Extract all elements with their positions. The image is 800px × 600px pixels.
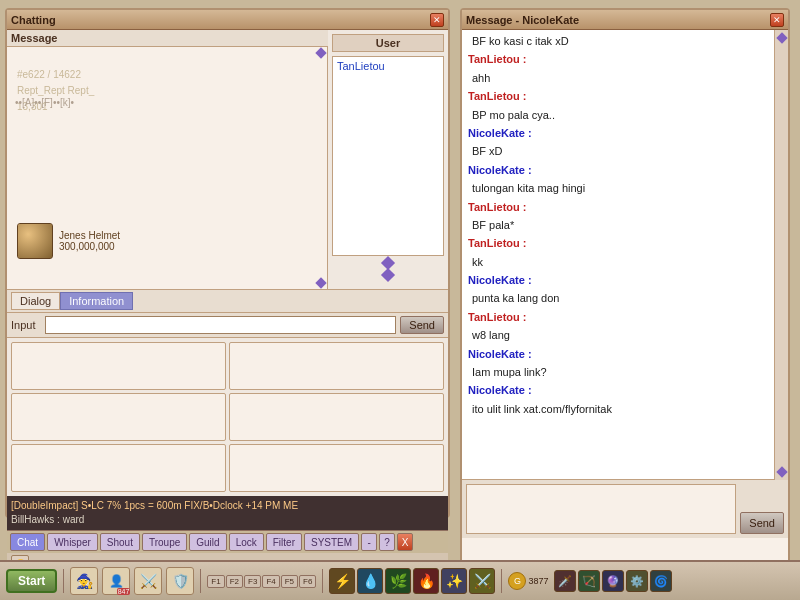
fkey-f1[interactable]: F1 bbox=[207, 575, 224, 588]
msg-line-4: BP mo pala cya.. bbox=[468, 108, 768, 123]
chatting-titlebar: Chatting ✕ bbox=[7, 10, 448, 30]
character-icon-4[interactable]: 🛡️ bbox=[166, 567, 194, 595]
skill-icon-6[interactable]: ⚔️ bbox=[469, 568, 495, 594]
message-window: Message - NicoleKate ✕ BF ko kasi c itak… bbox=[460, 8, 790, 573]
chat-message-area[interactable]: #e622 / 14622 Rept_Rept Rept_ 13,301 ••[… bbox=[7, 47, 328, 289]
chat-scroll-down[interactable] bbox=[317, 279, 325, 287]
msg-chat-area[interactable]: BF ko kasi c itak xD TanLietou : ahh Tan… bbox=[462, 30, 774, 480]
chat-log-line-1: [DoubleImpact] S•LC 7% 1pcs = 600m FIX/B… bbox=[11, 499, 444, 513]
extra-skill-3[interactable]: 🔮 bbox=[602, 570, 624, 592]
chatting-title: Chatting bbox=[11, 14, 56, 26]
msg-text-12: kk bbox=[468, 256, 483, 268]
msg-line-9: TanLietou : bbox=[468, 200, 768, 215]
msg-scroll-down-icon[interactable] bbox=[776, 466, 787, 477]
msg-text-16: w8 lang bbox=[468, 329, 510, 341]
chat-tabs: Dialog Information bbox=[7, 290, 448, 313]
sep-1 bbox=[63, 569, 64, 593]
msg-line-12: kk bbox=[468, 255, 768, 270]
chat-scroll-up[interactable] bbox=[317, 49, 325, 57]
extra-skill-2[interactable]: 🏹 bbox=[578, 570, 600, 592]
msg-line-16: w8 lang bbox=[468, 328, 768, 343]
fkey-f4[interactable]: F4 bbox=[262, 575, 279, 588]
chat-input-row: Input Send bbox=[7, 313, 448, 338]
taskbar: Start 🧙 👤 847 ⚔️ 🛡️ F1 F2 F3 F4 F5 F6 ⚡ … bbox=[0, 560, 800, 600]
btn-system[interactable]: SYSTEM bbox=[304, 533, 359, 551]
start-button[interactable]: Start bbox=[6, 569, 57, 593]
lower-box-4 bbox=[229, 393, 444, 441]
tab-information[interactable]: Information bbox=[60, 292, 133, 310]
btn-help[interactable]: ? bbox=[379, 533, 395, 551]
msg-scroll-up-icon[interactable] bbox=[776, 32, 787, 43]
char-badge: 847 bbox=[117, 588, 131, 595]
btn-filter[interactable]: Filter bbox=[266, 533, 302, 551]
msg-sender-17: NicoleKate : bbox=[468, 348, 532, 360]
extra-skill-5[interactable]: 🌀 bbox=[650, 570, 672, 592]
msg-line-14: punta ka lang don bbox=[468, 291, 768, 306]
msg-text-10: BF pala* bbox=[468, 219, 514, 231]
btn-minimize[interactable]: - bbox=[361, 533, 377, 551]
btn-troupe[interactable]: Troupe bbox=[142, 533, 187, 551]
chatting-close-button[interactable]: ✕ bbox=[430, 13, 444, 27]
gold-amount: 3877 bbox=[528, 576, 548, 586]
chat-lower-boxes bbox=[7, 338, 448, 496]
message-scrollbar[interactable] bbox=[774, 30, 788, 480]
skill-icon-2[interactable]: 💧 bbox=[357, 568, 383, 594]
msg-line-8: tulongan kita mag hingi bbox=[468, 181, 768, 196]
gold-icon: G bbox=[508, 572, 526, 590]
message-input-field[interactable] bbox=[466, 484, 736, 534]
fkey-f6[interactable]: F6 bbox=[299, 575, 316, 588]
extra-skill-4[interactable]: ⚙️ bbox=[626, 570, 648, 592]
btn-guild[interactable]: Guild bbox=[189, 533, 226, 551]
extra-skill-1[interactable]: 🗡️ bbox=[554, 570, 576, 592]
fkey-f5[interactable]: F5 bbox=[281, 575, 298, 588]
fkey-f3[interactable]: F3 bbox=[244, 575, 261, 588]
msg-sender-9: TanLietou : bbox=[468, 201, 526, 213]
sep-2 bbox=[200, 569, 201, 593]
sep-4 bbox=[501, 569, 502, 593]
skill-icon-3[interactable]: 🌿 bbox=[385, 568, 411, 594]
user-entry[interactable]: TanLietou bbox=[335, 59, 441, 73]
tab-dialog[interactable]: Dialog bbox=[11, 292, 60, 310]
msg-line-5: NicoleKate : bbox=[468, 126, 768, 141]
item-icon bbox=[17, 223, 53, 259]
msg-line-11: TanLietou : bbox=[468, 236, 768, 251]
chat-item-box: Jenes Helmet 300,000,000 bbox=[17, 223, 120, 259]
msg-line-13: NicoleKate : bbox=[468, 273, 768, 288]
btn-chat[interactable]: Chat bbox=[10, 533, 45, 551]
user-list[interactable]: TanLietou bbox=[332, 56, 444, 256]
skill-icon-1[interactable]: ⚡ bbox=[329, 568, 355, 594]
chat-main-area: Message #e622 / 14622 Rept_Rept Rept_ 13… bbox=[7, 30, 448, 290]
lower-box-2 bbox=[229, 342, 444, 390]
lower-box-6 bbox=[229, 444, 444, 492]
btn-close-chat[interactable]: X bbox=[397, 533, 413, 551]
user-panel-header: User bbox=[332, 34, 444, 52]
chat-log-line-2: BillHawks : ward bbox=[11, 513, 444, 527]
user-scroll-down[interactable] bbox=[381, 268, 395, 282]
msg-sender-13: NicoleKate : bbox=[468, 274, 532, 286]
lower-box-5 bbox=[11, 444, 226, 492]
msg-text-14: punta ka lang don bbox=[468, 292, 559, 304]
fkey-f2[interactable]: F2 bbox=[226, 575, 243, 588]
btn-whisper[interactable]: Whisper bbox=[47, 533, 98, 551]
btn-lock[interactable]: Lock bbox=[229, 533, 264, 551]
item-info: Jenes Helmet 300,000,000 bbox=[59, 230, 120, 252]
btn-shout[interactable]: Shout bbox=[100, 533, 140, 551]
character-icon-2[interactable]: 👤 847 bbox=[102, 567, 130, 595]
msg-line-2: ahh bbox=[468, 71, 768, 86]
currency-area: G 3877 bbox=[508, 572, 548, 590]
character-icon-3[interactable]: ⚔️ bbox=[134, 567, 162, 595]
fkey-bar: F1 F2 F3 F4 F5 F6 bbox=[207, 575, 316, 588]
chat-input-field[interactable] bbox=[45, 316, 396, 334]
message-send-button[interactable]: Send bbox=[740, 512, 784, 534]
extra-skill-icons: 🗡️ 🏹 🔮 ⚙️ 🌀 bbox=[554, 570, 672, 592]
msg-line-17: NicoleKate : bbox=[468, 347, 768, 362]
character-icon-1[interactable]: 🧙 bbox=[70, 567, 98, 595]
chat-send-button[interactable]: Send bbox=[400, 316, 444, 334]
skill-icon-4[interactable]: 🔥 bbox=[413, 568, 439, 594]
message-close-button[interactable]: ✕ bbox=[770, 13, 784, 27]
msg-sender-7: NicoleKate : bbox=[468, 164, 532, 176]
msg-sender-3: TanLietou : bbox=[468, 90, 526, 102]
skill-icon-5[interactable]: ✨ bbox=[441, 568, 467, 594]
msg-text-20: ito ulit link xat.com/flyfornitak bbox=[468, 403, 612, 415]
msg-line-15: TanLietou : bbox=[468, 310, 768, 325]
